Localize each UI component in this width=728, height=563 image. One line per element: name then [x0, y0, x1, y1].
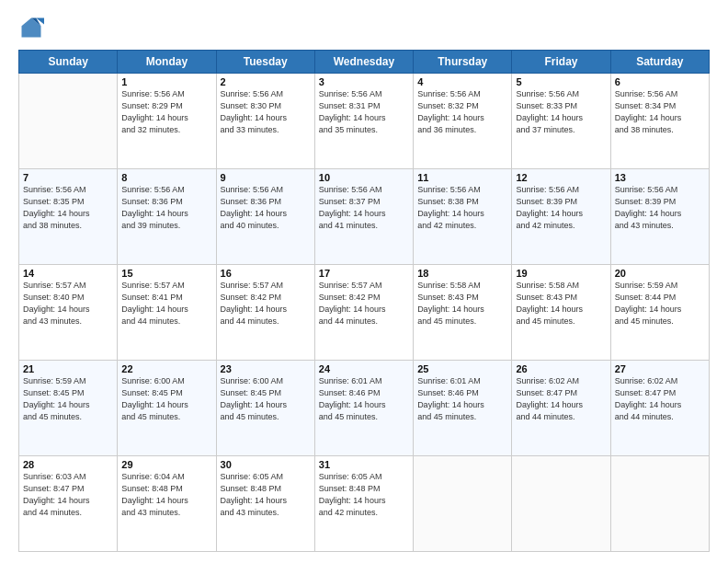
sunset-text: Sunset: 8:40 PM: [23, 293, 85, 302]
sunrise-text: Sunrise: 6:00 AM: [221, 376, 284, 385]
calendar-day-cell: 24Sunrise: 6:01 AMSunset: 8:46 PMDayligh…: [314, 361, 413, 456]
sunset-text: Sunset: 8:48 PM: [319, 484, 381, 493]
sunrise-text: Sunrise: 6:05 AM: [221, 472, 284, 481]
daylight-text-2: and 45 minutes.: [319, 412, 378, 421]
day-header-tuesday: Tuesday: [216, 51, 314, 74]
day-info: Sunrise: 6:05 AMSunset: 8:48 PMDaylight:…: [221, 471, 311, 519]
daylight-text-1: Daylight: 14 hours: [516, 400, 583, 409]
sunrise-text: Sunrise: 5:57 AM: [121, 281, 185, 290]
day-number: 1: [121, 76, 211, 87]
empty-cell: [414, 456, 512, 552]
daylight-text-2: and 38 minutes.: [615, 125, 674, 134]
sunset-text: Sunset: 8:45 PM: [221, 388, 282, 397]
daylight-text-2: and 39 minutes.: [121, 221, 180, 230]
day-header-thursday: Thursday: [414, 51, 512, 74]
calendar-day-cell: 18Sunrise: 5:58 AMSunset: 8:43 PMDayligh…: [414, 265, 512, 361]
day-number: 17: [319, 268, 409, 279]
calendar-day-cell: 3Sunrise: 5:56 AMSunset: 8:31 PMDaylight…: [314, 74, 413, 169]
sunset-text: Sunset: 8:41 PM: [121, 293, 183, 302]
day-number: 11: [417, 172, 507, 183]
day-info: Sunrise: 5:57 AMSunset: 8:40 PMDaylight:…: [23, 280, 113, 327]
logo-icon: [18, 15, 44, 40]
daylight-text-1: Daylight: 14 hours: [221, 113, 288, 122]
sunset-text: Sunset: 8:30 PM: [221, 101, 282, 110]
sunrise-text: Sunrise: 5:56 AM: [23, 185, 86, 194]
calendar-day-cell: 4Sunrise: 5:56 AMSunset: 8:32 PMDaylight…: [414, 74, 512, 169]
daylight-text-2: and 44 minutes.: [121, 316, 180, 326]
daylight-text-2: and 33 minutes.: [221, 125, 279, 134]
calendar-day-cell: 30Sunrise: 6:05 AMSunset: 8:48 PMDayligh…: [216, 456, 314, 552]
daylight-text-2: and 45 minutes.: [221, 412, 279, 421]
daylight-text-2: and 42 minutes.: [319, 508, 378, 517]
daylight-text-1: Daylight: 14 hours: [516, 209, 583, 218]
sunset-text: Sunset: 8:43 PM: [516, 293, 577, 302]
sunset-text: Sunset: 8:35 PM: [23, 197, 85, 206]
day-info: Sunrise: 5:56 AMSunset: 8:38 PMDaylight:…: [417, 184, 507, 232]
daylight-text-1: Daylight: 14 hours: [615, 209, 682, 218]
daylight-text-2: and 42 minutes.: [516, 221, 574, 230]
calendar-week-row: 28Sunrise: 6:03 AMSunset: 8:47 PMDayligh…: [19, 456, 710, 552]
calendar-day-cell: 28Sunrise: 6:03 AMSunset: 8:47 PMDayligh…: [19, 456, 118, 552]
day-info: Sunrise: 5:56 AMSunset: 8:37 PMDaylight:…: [319, 184, 409, 232]
daylight-text-2: and 44 minutes.: [23, 508, 82, 517]
calendar-day-cell: 26Sunrise: 6:02 AMSunset: 8:47 PMDayligh…: [512, 361, 610, 456]
sunset-text: Sunset: 8:36 PM: [221, 197, 282, 206]
daylight-text-1: Daylight: 14 hours: [516, 304, 583, 314]
sunrise-text: Sunrise: 5:56 AM: [615, 185, 678, 194]
calendar-day-cell: 13Sunrise: 5:56 AMSunset: 8:39 PMDayligh…: [610, 169, 709, 265]
daylight-text-2: and 43 minutes.: [221, 508, 279, 517]
sunrise-text: Sunrise: 5:59 AM: [615, 281, 678, 290]
sunset-text: Sunset: 8:29 PM: [121, 101, 183, 110]
day-header-monday: Monday: [118, 51, 216, 74]
daylight-text-1: Daylight: 14 hours: [417, 304, 484, 314]
calendar-week-row: 7Sunrise: 5:56 AMSunset: 8:35 PMDaylight…: [19, 169, 710, 265]
sunset-text: Sunset: 8:47 PM: [615, 388, 677, 397]
day-number: 3: [319, 76, 409, 87]
calendar-day-cell: 16Sunrise: 5:57 AMSunset: 8:42 PMDayligh…: [216, 265, 314, 361]
sunrise-text: Sunrise: 5:56 AM: [417, 185, 481, 194]
daylight-text-2: and 45 minutes.: [615, 316, 674, 326]
sunrise-text: Sunrise: 6:04 AM: [121, 472, 185, 481]
day-number: 21: [23, 363, 113, 374]
day-info: Sunrise: 5:56 AMSunset: 8:34 PMDaylight:…: [615, 88, 705, 136]
daylight-text-2: and 32 minutes.: [121, 125, 180, 134]
day-info: Sunrise: 5:58 AMSunset: 8:43 PMDaylight:…: [516, 280, 606, 327]
day-number: 23: [221, 363, 311, 374]
calendar-week-row: 1Sunrise: 5:56 AMSunset: 8:29 PMDaylight…: [19, 74, 710, 169]
day-info: Sunrise: 6:01 AMSunset: 8:46 PMDaylight:…: [417, 375, 507, 423]
calendar-day-cell: 2Sunrise: 5:56 AMSunset: 8:30 PMDaylight…: [216, 74, 314, 169]
daylight-text-1: Daylight: 14 hours: [319, 400, 386, 409]
sunset-text: Sunset: 8:31 PM: [319, 101, 381, 110]
sunrise-text: Sunrise: 5:56 AM: [516, 185, 579, 194]
sunset-text: Sunset: 8:37 PM: [319, 197, 381, 206]
day-header-wednesday: Wednesday: [314, 51, 413, 74]
sunset-text: Sunset: 8:39 PM: [516, 197, 577, 206]
day-number: 10: [319, 172, 409, 183]
sunrise-text: Sunrise: 5:56 AM: [221, 185, 284, 194]
day-info: Sunrise: 6:02 AMSunset: 8:47 PMDaylight:…: [516, 375, 606, 423]
day-number: 19: [516, 268, 606, 279]
calendar-day-cell: 27Sunrise: 6:02 AMSunset: 8:47 PMDayligh…: [610, 361, 709, 456]
daylight-text-1: Daylight: 14 hours: [23, 496, 90, 505]
sunrise-text: Sunrise: 5:59 AM: [23, 376, 86, 385]
calendar-day-cell: 31Sunrise: 6:05 AMSunset: 8:48 PMDayligh…: [314, 456, 413, 552]
daylight-text-2: and 36 minutes.: [417, 125, 476, 134]
calendar-table: SundayMondayTuesdayWednesdayThursdayFrid…: [18, 50, 710, 552]
day-info: Sunrise: 5:56 AMSunset: 8:36 PMDaylight:…: [221, 184, 311, 232]
sunrise-text: Sunrise: 6:03 AM: [23, 472, 86, 481]
sunrise-text: Sunrise: 6:00 AM: [121, 376, 185, 385]
daylight-text-2: and 44 minutes.: [319, 316, 378, 326]
sunrise-text: Sunrise: 6:01 AM: [417, 376, 481, 385]
calendar-day-cell: 1Sunrise: 5:56 AMSunset: 8:29 PMDaylight…: [118, 74, 216, 169]
daylight-text-2: and 37 minutes.: [516, 125, 574, 134]
daylight-text-1: Daylight: 14 hours: [615, 400, 682, 409]
sunset-text: Sunset: 8:47 PM: [23, 484, 85, 493]
daylight-text-2: and 38 minutes.: [23, 221, 82, 230]
daylight-text-1: Daylight: 14 hours: [417, 209, 484, 218]
daylight-text-1: Daylight: 14 hours: [121, 304, 188, 314]
day-info: Sunrise: 5:56 AMSunset: 8:33 PMDaylight:…: [516, 88, 606, 136]
day-number: 2: [221, 76, 311, 87]
calendar-day-cell: 22Sunrise: 6:00 AMSunset: 8:45 PMDayligh…: [118, 361, 216, 456]
day-number: 14: [23, 268, 113, 279]
daylight-text-2: and 45 minutes.: [23, 412, 82, 421]
